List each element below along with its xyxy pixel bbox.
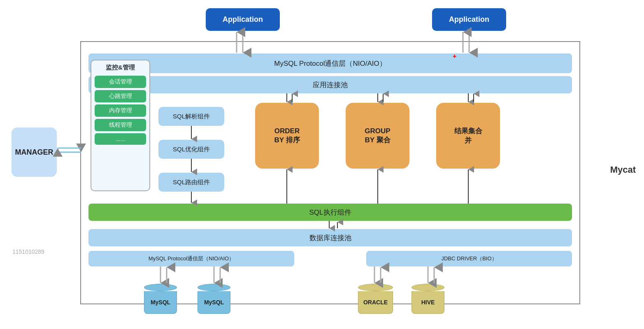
app-pool-bar: 应用连接池 <box>88 76 572 93</box>
sql-exec-text: SQL执行组件 <box>309 208 351 217</box>
manager-label: MANAGER <box>15 148 53 157</box>
monitor-item-2: 内存管理 <box>95 104 146 117</box>
proto-bottom-left: MySQL Protocol通信层（NIO/AIO） <box>88 251 294 266</box>
proto-bottom-right-text: JDBC DRIVER（BIO） <box>441 255 497 262</box>
db-oracle: ORACLE <box>358 284 393 314</box>
app-left-label: Application <box>223 15 263 24</box>
db-pool-bar: 数据库连接池 <box>88 229 572 246</box>
protocol-top-text: MySQL Protocol通信层（NIO/AIO） <box>274 59 386 68</box>
group-line1: GROUP <box>365 127 390 135</box>
db-mysql-2: MySQL <box>198 284 230 314</box>
db-mysql-1: MySQL <box>144 284 177 314</box>
app-box-right: Application <box>432 8 506 31</box>
protocol-bottom-area: MySQL Protocol通信层（NIO/AIO） JDBC DRIVER（B… <box>88 250 572 267</box>
sql-parse-text: SQL解析组件 <box>173 113 210 120</box>
app-right-label: Application <box>449 15 489 24</box>
db-hive: HIVE <box>412 284 444 314</box>
mycat-label: Mycat <box>610 164 636 175</box>
proto-bottom-right: JDBC DRIVER（BIO） <box>366 251 572 266</box>
watermark: 1151010289 <box>12 248 44 255</box>
sql-optimize-text: SQL优化组件 <box>173 146 210 153</box>
sql-exec-bar: SQL执行组件 <box>88 204 572 221</box>
db-pool-text: 数据库连接池 <box>309 233 351 243</box>
sql-route-box: SQL路由组件 <box>158 173 224 192</box>
order-line1: ORDER <box>274 127 300 135</box>
monitor-box: 监控&管理 会话管理 心跳管理 内存管理 线程管理 ...... <box>91 60 150 191</box>
sql-route-text: SQL路由组件 <box>173 178 210 186</box>
group-box: GROUP BY 聚合 <box>346 103 409 169</box>
diagram-container: Application Application Mycat MySQL Prot… <box>0 0 644 329</box>
sql-optimize-box: SQL优化组件 <box>158 140 224 159</box>
red-marker: + <box>453 53 456 60</box>
order-box: ORDER BY 排序 <box>255 103 319 169</box>
jieguo-line2: 并 <box>465 136 472 145</box>
sql-parse-box: SQL解析组件 <box>158 107 224 126</box>
jieguo-box: 结果集合 并 <box>436 103 500 169</box>
app-pool-text: 应用连接池 <box>313 80 348 90</box>
app-box-left: Application <box>206 8 280 31</box>
protocol-top-bar: MySQL Protocol通信层（NIO/AIO） <box>88 53 572 73</box>
manager-box: MANAGER <box>12 127 57 177</box>
proto-bottom-left-text: MySQL Protocol通信层（NIO/AIO） <box>149 255 234 262</box>
monitor-title: 监控&管理 <box>91 60 149 74</box>
order-line2: BY 排序 <box>274 135 300 145</box>
group-line2: BY 聚合 <box>365 135 390 145</box>
monitor-item-0: 会话管理 <box>95 76 146 88</box>
monitor-item-3: 线程管理 <box>95 119 146 131</box>
monitor-item-4: ...... <box>95 133 146 145</box>
jieguo-line1: 结果集合 <box>454 126 482 136</box>
monitor-item-1: 心跳管理 <box>95 90 146 102</box>
